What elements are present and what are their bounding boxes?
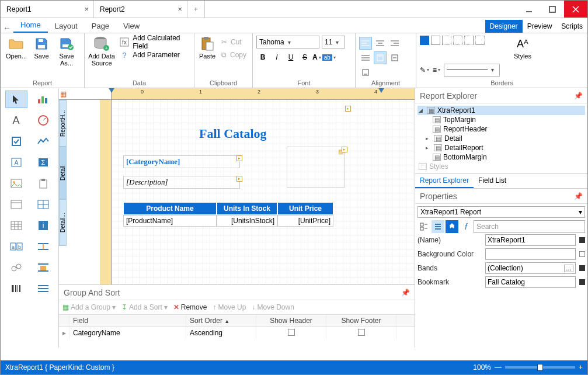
valign-middle-button[interactable] xyxy=(388,51,401,64)
strike-button[interactable]: S xyxy=(298,51,311,64)
tree-node-topmargin[interactable]: ▤TopMargin xyxy=(417,115,585,124)
add-data-source-button[interactable]: +Add Data Source xyxy=(88,36,115,67)
border-top-button[interactable] xyxy=(453,36,462,45)
tree-node-styles[interactable]: ⬚Styles xyxy=(417,162,585,171)
tool-panel[interactable] xyxy=(5,196,27,213)
tool-subreport[interactable] xyxy=(32,280,54,297)
add-group-button[interactable]: ▦Add a Group ▾ xyxy=(62,303,116,311)
doc-tab-report1[interactable]: Report1 × xyxy=(1,1,94,18)
table-data-row[interactable]: [ProductName] [UnitsInStock] [UnitPrice] xyxy=(123,215,333,227)
tool-shape[interactable] xyxy=(5,259,27,276)
field-description[interactable]: [Description] xyxy=(123,176,240,189)
cut-button[interactable]: ✂Cut xyxy=(219,36,249,48)
ribbon-tab-layout[interactable]: Layout xyxy=(48,19,85,33)
add-sort-button[interactable]: ↧Add a Sort ▾ xyxy=(121,303,168,311)
tool-checkbox[interactable] xyxy=(5,133,27,150)
prop-categorized-button[interactable] xyxy=(417,220,430,233)
mode-preview[interactable]: Preview xyxy=(523,20,557,33)
collapse-icon[interactable]: ◢ xyxy=(419,107,425,113)
smart-tag-icon[interactable]: ▸ xyxy=(342,147,347,152)
picturebox[interactable] xyxy=(287,147,345,188)
maximize-button[interactable] xyxy=(541,1,564,18)
tool-info[interactable]: i xyxy=(32,217,54,234)
cell-unit-price[interactable]: [UnitPrice] xyxy=(277,215,333,227)
tree-node-detailreport[interactable]: ▸▤DetailReport xyxy=(417,143,585,152)
col-units-in-stock[interactable]: Units In Stock xyxy=(217,202,277,215)
prop-value-input[interactable]: XtraReport1 xyxy=(485,234,576,246)
paste-button[interactable]: Paste xyxy=(198,36,217,60)
tool-gauge[interactable] xyxy=(32,112,54,129)
ellipsis-button[interactable]: … xyxy=(564,265,573,272)
band-detail-label[interactable]: Detail xyxy=(59,147,67,199)
border-bottom-button[interactable] xyxy=(475,36,485,45)
ribbon-tab-view[interactable]: View xyxy=(116,19,147,33)
col-show-header[interactable]: Show Header xyxy=(256,315,326,327)
tool-character[interactable]: ab xyxy=(5,238,27,255)
mode-designer[interactable]: Designer xyxy=(485,20,523,33)
align-center-button[interactable] xyxy=(374,37,387,50)
border-style-select[interactable] xyxy=(444,64,500,77)
slider-thumb[interactable] xyxy=(537,364,543,371)
doc-tab-report2[interactable]: Report2 × xyxy=(94,1,187,18)
cell-units-in-stock[interactable]: [UnitsInStock] xyxy=(217,215,277,227)
expand-icon[interactable]: ▸ xyxy=(426,136,432,141)
tool-grid[interactable] xyxy=(5,217,27,234)
pin-icon[interactable]: 📌 xyxy=(574,192,583,200)
move-down-button[interactable]: ↓Move Down xyxy=(252,303,294,311)
tree-node-detail[interactable]: ▸▤Detail xyxy=(417,134,585,143)
prop-marker[interactable] xyxy=(579,251,585,257)
ribbon-tab-home[interactable]: Home xyxy=(13,18,48,33)
font-size-select[interactable]: 11 xyxy=(322,36,345,48)
tool-label[interactable]: A xyxy=(5,112,27,129)
bold-button[interactable]: B xyxy=(256,51,269,64)
cell-product-name[interactable]: [ProductName] xyxy=(123,215,217,227)
add-parameter-button[interactable]: ?Add Parameter xyxy=(117,48,190,61)
add-calculated-field-button[interactable]: fxAdd Calculated Field xyxy=(117,36,190,48)
underline-button[interactable]: U xyxy=(284,51,297,64)
tab-close-icon[interactable]: × xyxy=(178,5,182,13)
valign-bottom-button[interactable] xyxy=(359,66,372,79)
styles-button[interactable]: AᴬStyles xyxy=(512,36,534,60)
tree-node-xtrareport1[interactable]: ◢▦XtraReport1 xyxy=(417,106,585,115)
tool-crossband-box[interactable] xyxy=(32,259,54,276)
ruler-vertical[interactable] xyxy=(100,100,112,284)
border-left-button[interactable] xyxy=(442,36,451,45)
tool-picture[interactable] xyxy=(5,175,27,192)
prop-marker[interactable] xyxy=(579,237,585,243)
smart-tag-icon[interactable]: ▸ xyxy=(236,155,242,161)
tool-pointer[interactable] xyxy=(5,91,27,108)
report-tree[interactable]: ◢▦XtraReport1 ▤TopMargin ▤ReportHeader ▸… xyxy=(415,103,587,173)
prop-alphabetical-button[interactable] xyxy=(432,220,444,233)
ribbon-tab-page[interactable]: Page xyxy=(85,19,116,33)
save-button[interactable]: Save xyxy=(31,36,52,60)
mode-scripts[interactable]: Scripts xyxy=(556,20,587,33)
col-field[interactable]: Field xyxy=(69,315,186,327)
band-reportheader-label[interactable]: ReportH... xyxy=(59,100,67,147)
col-sort-order[interactable]: Sort Order ▲ xyxy=(186,315,256,327)
canvas[interactable]: Fall Catalog ▸ [CategoryName] ▸ [Descrip… xyxy=(112,100,415,284)
ruler-horizontal[interactable]: 01234 xyxy=(112,88,415,100)
align-justify-button[interactable] xyxy=(359,51,372,64)
tool-richtext[interactable]: A xyxy=(5,154,27,171)
cell-show-header[interactable] xyxy=(256,327,326,339)
group-sort-row[interactable]: ▸ CategoryName Ascending xyxy=(59,327,415,339)
tree-node-bottommargin[interactable]: ▤BottomMargin xyxy=(417,152,585,162)
checkbox-icon[interactable] xyxy=(358,329,365,336)
zoom-in-button[interactable]: + xyxy=(579,363,583,371)
prop-value-color[interactable] xyxy=(485,248,576,260)
smart-tag-icon[interactable]: ▸ xyxy=(345,106,351,112)
prop-favorites-button[interactable] xyxy=(446,220,458,233)
zoom-slider[interactable] xyxy=(505,366,575,369)
open-button[interactable]: Open... xyxy=(4,36,29,60)
align-right-button[interactable] xyxy=(388,37,401,50)
tool-sparkline[interactable] xyxy=(32,133,54,150)
minimize-button[interactable] xyxy=(517,1,541,18)
col-show-footer[interactable]: Show Footer xyxy=(326,315,396,327)
tool-crossband-line[interactable] xyxy=(32,238,54,255)
tool-formula[interactable]: Σ xyxy=(32,154,54,171)
prop-expression-button[interactable]: f xyxy=(460,220,472,233)
checkbox-icon[interactable] xyxy=(288,329,295,336)
italic-button[interactable]: I xyxy=(270,51,283,64)
tab-close-icon[interactable]: × xyxy=(84,5,89,13)
field-categoryname[interactable]: [CategoryName] xyxy=(123,155,240,168)
